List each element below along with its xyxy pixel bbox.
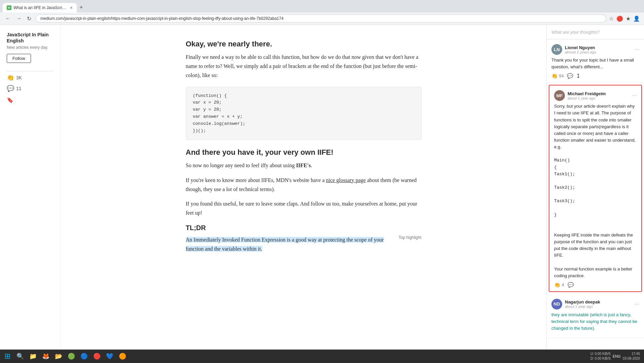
time-display: 17:45 bbox=[632, 352, 640, 356]
tab-favicon: M bbox=[7, 5, 11, 10]
section-heading-nearly-there: Okay, we're nearly there. bbox=[186, 40, 421, 48]
refresh-button[interactable]: ↻ bbox=[26, 15, 33, 23]
taskbar-folder[interactable]: 📂 bbox=[53, 350, 65, 362]
app4-icon: 💙 bbox=[106, 353, 113, 360]
taskbar-app2[interactable]: 🔵 bbox=[78, 350, 90, 362]
bookmark-stat[interactable]: 🔖 bbox=[7, 96, 54, 103]
claps-stat: 👏 3K bbox=[7, 74, 54, 81]
comment-header-nagarjun: ND Nagarjun deepak about 1 year ago ··· bbox=[551, 299, 639, 310]
code-line-4: var answer = x + y; bbox=[193, 114, 243, 119]
firefox-icon: 🦊 bbox=[42, 353, 49, 360]
app1-icon: 🟢 bbox=[68, 353, 75, 360]
article-para-2: So now no longer any need to feel iffy a… bbox=[186, 161, 421, 170]
comment-body-lionel: Thank you for your topic but I have a sm… bbox=[551, 57, 639, 70]
comment-input-area[interactable]: What are your thoughts? bbox=[547, 25, 644, 39]
code-line-3: var y = 20; bbox=[193, 107, 222, 112]
reply-count-lionel: 1 bbox=[577, 73, 580, 79]
app5-icon: 🟠 bbox=[119, 353, 126, 360]
browser-icons: ☆ 🔴 ★ 👤 bbox=[609, 15, 640, 22]
windows-start-button[interactable]: ⊞ bbox=[1, 350, 13, 362]
section-heading-iife: And there you have it, your very own IIF… bbox=[186, 148, 421, 157]
comment-menu-nagarjun[interactable]: ··· bbox=[635, 301, 639, 307]
comment-menu-lionel[interactable]: ··· bbox=[635, 46, 639, 52]
taskbar-firefox[interactable]: 🦊 bbox=[40, 350, 52, 362]
taskbar-app4[interactable]: 💙 bbox=[104, 350, 116, 362]
address-bar: ← → ↻ ☆ 🔴 ★ 👤 bbox=[0, 12, 644, 25]
forward-button[interactable]: → bbox=[15, 15, 23, 22]
code-brace-close: } bbox=[554, 212, 637, 218]
comment-body-michael: Sorry, but your article doesn't explain … bbox=[554, 103, 637, 279]
clap-icon: 👏 bbox=[7, 74, 14, 81]
comment-meta-lionel: Lionel Nguyen almost 2 years ago bbox=[565, 45, 596, 54]
clap-icon-lionel[interactable]: 👏 bbox=[551, 73, 558, 79]
comment-time-nagarjun: about 1 year ago bbox=[565, 304, 600, 308]
clock: 17:45 03-08-2020 bbox=[623, 352, 640, 361]
taskbar-search[interactable]: 🔍 bbox=[14, 350, 26, 362]
search-icon: 🔍 bbox=[16, 353, 24, 360]
comment-author-lionel: Lionel Nguyen bbox=[565, 45, 596, 50]
back-button[interactable]: ← bbox=[4, 15, 12, 22]
profile-icon[interactable]: 👤 bbox=[633, 15, 640, 22]
app3-icon: 🔴 bbox=[93, 353, 101, 360]
upload-speed-label: U: 0.00 KiB/S bbox=[590, 352, 611, 356]
comment-header-michael: MF Michael Freidgeim about 1 year ago ··… bbox=[554, 90, 637, 101]
code-line-5: console.log(answer); bbox=[193, 121, 245, 126]
app2-icon: 🔵 bbox=[80, 353, 88, 360]
sidebar-divider bbox=[7, 71, 54, 71]
main-content: Okay, we're nearly there. Finally we nee… bbox=[61, 25, 546, 363]
article-area: Okay, we're nearly there. Finally we nee… bbox=[186, 25, 421, 259]
bookmark-icon[interactable]: 🔖 bbox=[7, 97, 13, 103]
extensions-icon[interactable]: ★ bbox=[626, 15, 631, 22]
right-sidebar: What are your thoughts? LN Lionel Nguyen… bbox=[546, 25, 644, 363]
taskbar-app5[interactable]: 🟠 bbox=[116, 350, 129, 362]
bookmark-star-icon[interactable]: ☆ bbox=[609, 15, 614, 22]
comment-time-lionel: almost 2 years ago bbox=[565, 50, 596, 54]
tldr-heading: TL;DR bbox=[186, 224, 421, 232]
opera-ext-icon[interactable]: 🔴 bbox=[616, 15, 623, 22]
comment-icon: 💬 bbox=[7, 85, 14, 92]
tab-bar: M What is an IIFE in JavaScript?: Le... … bbox=[0, 0, 644, 12]
address-input[interactable] bbox=[35, 14, 606, 23]
code-task1: Task1(); bbox=[554, 171, 637, 178]
para2-prefix: So now no longer any need to feel iffy a… bbox=[186, 162, 296, 168]
taskbar-app1[interactable]: 🟢 bbox=[65, 350, 77, 362]
code-line-2: var x = 20; bbox=[193, 100, 222, 105]
nice-glossary-link[interactable]: nice glossary page bbox=[326, 177, 366, 183]
clap-count-michael[interactable]: 👏 4 bbox=[554, 282, 564, 288]
browser-chrome: M What is an IIFE in JavaScript?: Le... … bbox=[0, 0, 644, 25]
code-line-1: (function() { bbox=[193, 93, 227, 98]
active-tab[interactable]: M What is an IIFE in JavaScript?: Le... … bbox=[3, 3, 77, 12]
tab-close-button[interactable]: × bbox=[70, 5, 73, 10]
comment-michael: MF Michael Freidgeim about 1 year ago ··… bbox=[549, 85, 642, 292]
para3-prefix: If you're keen to know more about IIFEs,… bbox=[186, 177, 326, 183]
comment-menu-michael[interactable]: ··· bbox=[632, 93, 637, 99]
para2-bold: IIFE's bbox=[296, 162, 311, 168]
clap-icon-michael[interactable]: 👏 bbox=[554, 282, 561, 288]
comment-author-michael: Michael Freidgeim bbox=[568, 91, 606, 96]
new-tab-button[interactable]: + bbox=[77, 3, 86, 12]
left-sidebar: JavaScript In Plain English New articles… bbox=[0, 25, 61, 363]
taskbar-app3[interactable]: 🔴 bbox=[91, 350, 103, 362]
claps-count: 3K bbox=[16, 75, 22, 80]
follow-button[interactable]: Follow bbox=[7, 54, 31, 63]
page-container: JavaScript In Plain English New articles… bbox=[0, 25, 644, 363]
code-brace-open: { bbox=[554, 164, 637, 171]
publication-name: JavaScript In Plain English bbox=[7, 32, 54, 44]
download-speed-value: 0.00 KiB/S bbox=[595, 357, 611, 360]
article-para-3: If you're keen to know more about IIFEs,… bbox=[186, 176, 421, 194]
reply-icon-michael[interactable]: 💬 bbox=[568, 282, 574, 288]
clap-count-lionel[interactable]: 👏 64 bbox=[551, 73, 564, 79]
reply-icon-lionel[interactable]: 💬 bbox=[567, 73, 573, 79]
taskbar-right: U: 0.00 KiB/S D: 0.00 KiB/S ENG 17:45 03… bbox=[590, 352, 643, 361]
para2-suffix: . bbox=[311, 162, 312, 168]
code-task2: Task2(); bbox=[554, 184, 637, 191]
clap-number-michael: 4 bbox=[562, 283, 564, 287]
windows-icon: ⊞ bbox=[4, 352, 10, 361]
comment-author-info-lionel: LN Lionel Nguyen almost 2 years ago bbox=[551, 44, 596, 55]
comment-header-lionel: LN Lionel Nguyen almost 2 years ago ··· bbox=[551, 44, 639, 55]
avatar-nagarjun: ND bbox=[551, 299, 562, 310]
network-status: U: 0.00 KiB/S D: 0.00 KiB/S bbox=[590, 352, 611, 361]
comment-footer-lionel: 👏 64 💬 1 bbox=[551, 73, 639, 79]
comment-author-info-nagarjun: ND Nagarjun deepak about 1 year ago bbox=[551, 299, 600, 310]
taskbar-file-explorer[interactable]: 📁 bbox=[27, 350, 39, 362]
